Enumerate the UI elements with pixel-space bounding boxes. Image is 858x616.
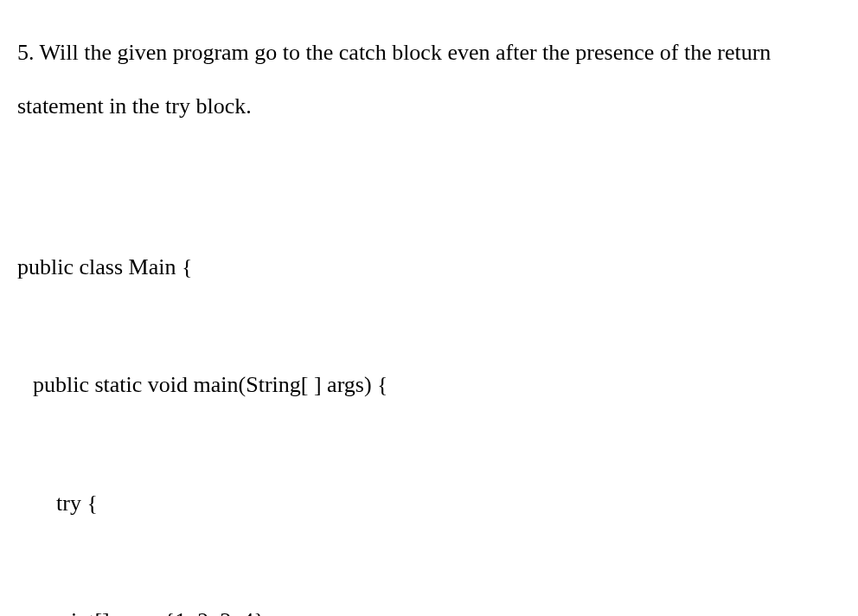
question-number: 5. [17,40,35,65]
code-line: public static void main(String[ ] args) … [17,365,841,405]
question-text-content: Will the given program go to the catch b… [17,40,771,119]
code-line: try { [17,484,841,523]
code-line: public class Main { [17,247,841,287]
code-snippet: public class Main { public static void m… [17,169,841,616]
code-line: int[] arr = {1, 2, 3, 4}; [17,601,841,616]
question-prompt: 5. Will the given program go to the catc… [17,26,841,134]
